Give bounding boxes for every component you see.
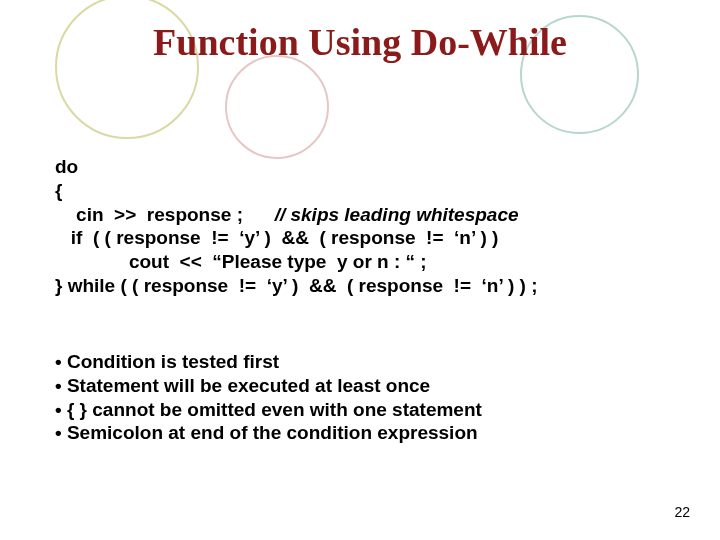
code-line-5: cout << “Please type y or n : “ ;	[55, 251, 427, 272]
code-comment: // skips leading whitespace	[275, 204, 519, 225]
decor-circle-pink	[225, 55, 329, 159]
code-block: do { cin >> response ; // skips leading …	[55, 155, 665, 298]
code-line-4: if ( ( response != ‘y’ ) && ( response !…	[55, 227, 498, 248]
code-line-3a: cin >> response ;	[55, 204, 275, 225]
page-number: 22	[674, 504, 690, 520]
bullet-text: Statement will be executed at least once	[67, 375, 430, 396]
slide-title: Function Using Do-While	[0, 20, 720, 64]
bullet-text: Semicolon at end of the condition expres…	[67, 422, 478, 443]
bullet-item: • Statement will be executed at least on…	[55, 374, 665, 398]
bullet-item: • { } cannot be omitted even with one st…	[55, 398, 665, 422]
code-line-6: } while ( ( response != ‘y’ ) && ( respo…	[55, 275, 538, 296]
bullet-item: • Condition is tested first	[55, 350, 665, 374]
code-line-1: do	[55, 156, 78, 177]
bullet-list: • Condition is tested first • Statement …	[55, 350, 665, 445]
bullet-item: • Semicolon at end of the condition expr…	[55, 421, 665, 445]
bullet-text: { } cannot be omitted even with one stat…	[67, 399, 482, 420]
bullet-text: Condition is tested first	[67, 351, 279, 372]
code-line-2: {	[55, 180, 62, 201]
